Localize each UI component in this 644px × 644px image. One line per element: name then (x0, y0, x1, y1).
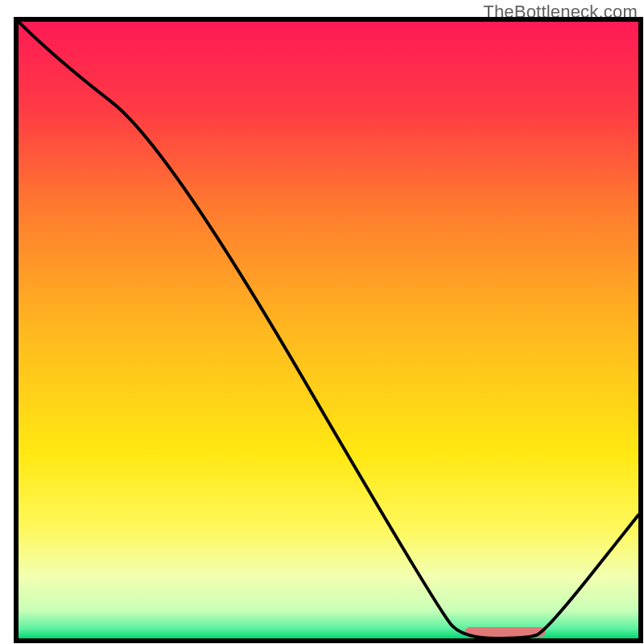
bottleneck-chart (0, 0, 644, 644)
chart-container: TheBottleneck.com (0, 0, 644, 644)
gradient-background (19, 22, 638, 638)
